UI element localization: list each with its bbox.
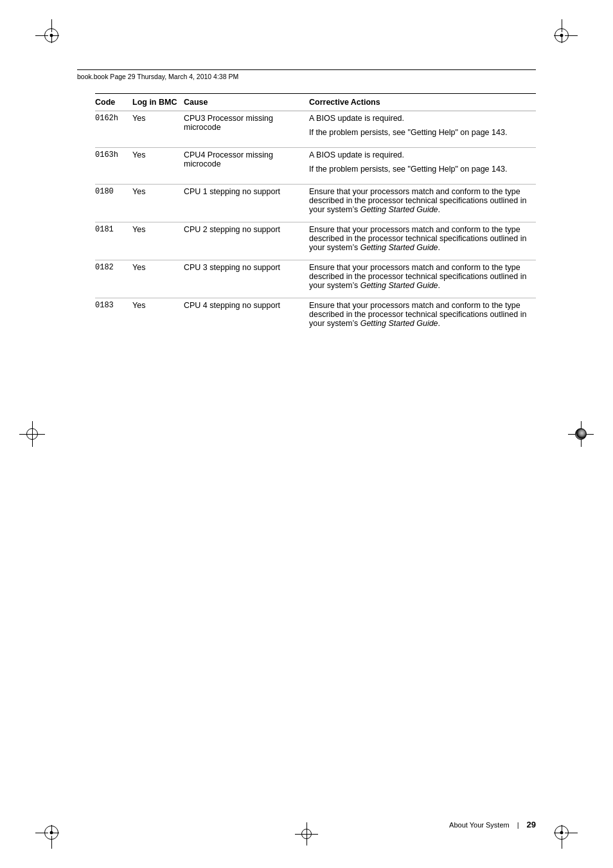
- header-bar: book.book Page 29 Thursday, March 4, 201…: [77, 69, 536, 80]
- cell-cause: CPU 4 stepping no support: [184, 298, 309, 331]
- col-header-actions: Corrective Actions: [309, 94, 536, 111]
- table-row: 0180YesCPU 1 stepping no supportEnsure t…: [95, 185, 536, 217]
- cell-code: 0182: [95, 260, 132, 293]
- spacer-row: [95, 217, 536, 222]
- cell-code: 0162h: [95, 111, 132, 143]
- table-header-row: Code Log in BMC Cause Corrective Actions: [95, 94, 536, 111]
- cell-bmc: Yes: [132, 148, 184, 179]
- main-content: Code Log in BMC Cause Corrective Actions…: [95, 93, 536, 778]
- table-row: 0183YesCPU 4 stepping no supportEnsure t…: [95, 298, 536, 331]
- col-header-code: Code: [95, 94, 132, 111]
- table-row: 0162hYesCPU3 Processor missing microcode…: [95, 111, 536, 126]
- cell-bmc: Yes: [132, 298, 184, 331]
- page-footer: About Your System | 29: [77, 820, 536, 829]
- cell-action: Ensure that your processors match and co…: [309, 222, 536, 255]
- cell-action: Ensure that your processors match and co…: [309, 185, 536, 217]
- cell-cause: CPU4 Processor missing microcode: [184, 148, 309, 179]
- header-book-ref: book.book Page 29 Thursday, March 4, 201…: [77, 73, 238, 80]
- cell-cause: CPU3 Processor missing microcode: [184, 111, 309, 143]
- cell-action: A BIOS update is required.: [309, 111, 536, 126]
- table-row: 0182YesCPU 3 stepping no supportEnsure t…: [95, 260, 536, 293]
- cell-code: 0163h: [95, 148, 132, 179]
- cell-action: Ensure that your processors match and co…: [309, 298, 536, 331]
- cell-bmc: Yes: [132, 260, 184, 293]
- cell-bmc: Yes: [132, 185, 184, 217]
- cell-action: If the problem persists, see "Getting He…: [309, 162, 536, 179]
- footer-divider: |: [517, 821, 519, 829]
- cell-code: 0180: [95, 185, 132, 217]
- footer-section-label: About Your System: [449, 821, 510, 829]
- cell-action: Ensure that your processors match and co…: [309, 260, 536, 293]
- footer-page-number: 29: [527, 820, 536, 829]
- cell-cause: CPU 2 stepping no support: [184, 222, 309, 255]
- cell-action: A BIOS update is required.: [309, 148, 536, 163]
- cell-code: 0183: [95, 298, 132, 331]
- spacer-row: [95, 179, 536, 185]
- cell-bmc: Yes: [132, 222, 184, 255]
- col-header-bmc: Log in BMC: [132, 94, 184, 111]
- col-header-cause: Cause: [184, 94, 309, 111]
- cell-cause: CPU 1 stepping no support: [184, 185, 309, 217]
- table-row: 0181YesCPU 2 stepping no supportEnsure t…: [95, 222, 536, 255]
- cell-bmc: Yes: [132, 111, 184, 143]
- cell-cause: CPU 3 stepping no support: [184, 260, 309, 293]
- cell-code: 0181: [95, 222, 132, 255]
- error-codes-table: Code Log in BMC Cause Corrective Actions…: [95, 93, 536, 330]
- spacer-row: [95, 293, 536, 298]
- spacer-row: [95, 142, 536, 148]
- spacer-row: [95, 255, 536, 260]
- cell-action: If the problem persists, see "Getting He…: [309, 125, 536, 142]
- table-row: 0163hYesCPU4 Processor missing microcode…: [95, 148, 536, 163]
